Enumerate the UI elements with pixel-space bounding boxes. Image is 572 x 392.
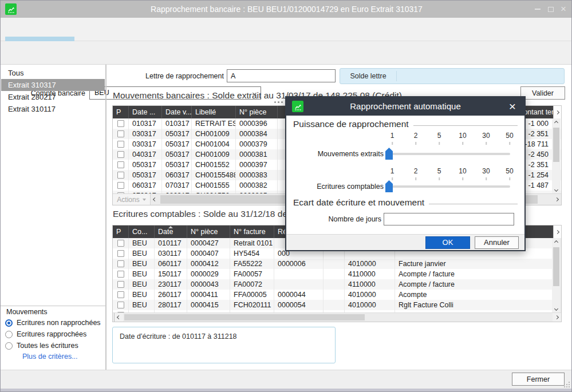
more-criteria-link[interactable]: Plus de critères...: [22, 353, 78, 361]
checkbox[interactable]: [117, 240, 124, 247]
validate-button[interactable]: Valider: [520, 86, 565, 100]
scroll-left-icon[interactable]: [115, 313, 123, 322]
column-chooser-button[interactable]: [553, 106, 561, 118]
minimize-button[interactable]: [532, 3, 543, 15]
checkbox-cell: [113, 129, 129, 139]
checkbox-cell: [113, 279, 129, 290]
sidebar-item[interactable]: Extrait 280217: [1, 91, 105, 103]
close-button[interactable]: ×: [558, 3, 569, 15]
close-window-button[interactable]: Fermer: [512, 373, 565, 386]
checkbox[interactable]: [117, 172, 124, 179]
scroll-left-icon[interactable]: [151, 194, 159, 205]
label-cell: Acompte: [395, 290, 561, 300]
ok-button[interactable]: OK: [425, 236, 470, 249]
checkbox[interactable]: [117, 120, 124, 127]
entries-table-row[interactable]: BEU2601170000411FFA0000500000444010000Ac…: [113, 290, 561, 300]
label-cell: Facture janvier: [395, 259, 561, 269]
column-header[interactable]: Date v...: [162, 106, 192, 118]
column-header[interactable]: Libellé: [192, 106, 236, 118]
checkbox[interactable]: [117, 151, 124, 158]
scroll-right-icon[interactable]: [553, 194, 561, 205]
power-group-label: Puissance de rapprochement: [293, 119, 409, 129]
checkbox-cell: [113, 238, 129, 248]
column-header[interactable]: Co...: [129, 225, 155, 238]
sidebar-item[interactable]: Extrait 310317: [1, 79, 105, 91]
account-cell: 4010000: [345, 290, 395, 300]
slider-tick-mark: [415, 142, 416, 145]
cancel-button[interactable]: Annuler: [475, 236, 519, 249]
column-header[interactable]: N° pièce: [187, 225, 230, 238]
checkbox[interactable]: [117, 130, 124, 137]
table-cell: [324, 290, 345, 300]
entries-slider-track[interactable]: [389, 185, 510, 188]
scroll-right-icon[interactable]: [553, 313, 561, 322]
radio-option[interactable]: Ecritures non rapprochées: [5, 317, 101, 328]
scroll-down-icon[interactable]: [552, 304, 561, 312]
entries-table-row[interactable]: BEU1501170000029FA000574110000Acompte / …: [113, 269, 561, 279]
entries-table-row[interactable]: BEU0601170000412FA5522200000064010000Fac…: [113, 259, 561, 269]
checkbox[interactable]: [117, 250, 124, 257]
dialog-close-icon[interactable]: ×: [505, 100, 520, 113]
table-cell: 010117: [155, 238, 187, 248]
checkbox[interactable]: [117, 182, 124, 189]
entries-table-row[interactable]: BEU2301170000043FA000724110000Acompte / …: [113, 279, 561, 290]
column-header[interactable]: N° pièce: [236, 106, 278, 118]
auto-reconciliation-dialog: Rapprochement automatique × Puissance de…: [285, 96, 526, 251]
scroll-up-icon[interactable]: [552, 238, 561, 246]
table-cell: 060317: [162, 170, 192, 180]
checkbox[interactable]: [117, 271, 124, 278]
scrollbar-thumb[interactable]: [553, 247, 559, 286]
table-cell: BEU: [129, 259, 155, 269]
toolbar: FonctionsMontantRapprocherGénérerImprime…: [1, 18, 572, 41]
checkbox-cell: [113, 118, 129, 129]
scrollbar-track[interactable]: [123, 313, 553, 322]
table-cell: BEU: [129, 238, 155, 248]
checkbox[interactable]: [117, 141, 124, 148]
table-cell: 050317: [162, 129, 192, 139]
scroll-down-icon[interactable]: [552, 185, 561, 193]
slider-tick-mark: [509, 177, 510, 180]
sidebar-item[interactable]: Extrait 310117: [1, 103, 105, 115]
splitter-handle[interactable]: [274, 101, 286, 104]
scrollbar-thumb[interactable]: [124, 314, 365, 320]
entries-vertical-scrollbar[interactable]: [552, 238, 561, 312]
checkbox-cell: [113, 160, 129, 170]
resize-grip[interactable]: [564, 382, 570, 387]
column-header[interactable]: N° facture: [230, 225, 274, 238]
letter-input[interactable]: [227, 69, 336, 82]
checkbox[interactable]: [117, 161, 124, 168]
checkbox[interactable]: [117, 260, 124, 267]
actions-button[interactable]: Actions: [113, 194, 151, 205]
entries-table-row[interactable]: BEU2801170000415FCH02011100000544010000R…: [113, 300, 561, 310]
checkbox[interactable]: [117, 302, 124, 308]
column-header[interactable]: Date ...: [129, 106, 162, 118]
entries-slider-handle[interactable]: [385, 180, 393, 192]
scroll-up-icon[interactable]: [552, 118, 561, 126]
table-cell: 0000381: [236, 149, 278, 160]
slider-tick-label: 30: [482, 132, 490, 140]
account-cell: 4110000: [345, 269, 395, 279]
table-cell: 050317: [129, 170, 162, 180]
column-header[interactable]: P: [113, 225, 129, 238]
table-cell: [274, 279, 324, 290]
column-header[interactable]: P: [113, 106, 129, 118]
bank-vertical-scrollbar[interactable]: [552, 118, 561, 193]
maximize-button[interactable]: [545, 3, 557, 15]
movements-slider-track[interactable]: [389, 153, 510, 155]
slider-tick-mark: [415, 177, 416, 180]
radio-option[interactable]: Toutes les écritures: [5, 340, 101, 351]
radio-option[interactable]: Ecritures rapprochées: [5, 328, 101, 340]
checkbox[interactable]: [117, 281, 124, 288]
days-input[interactable]: [384, 213, 514, 225]
table-cell: HY5454: [230, 248, 274, 259]
scrollbar-thumb[interactable]: [553, 128, 559, 162]
column-header[interactable]: Date: [155, 225, 187, 238]
sidebar-item[interactable]: Tous: [1, 67, 105, 79]
column-chooser-button[interactable]: [553, 225, 561, 238]
movements-slider-handle[interactable]: [385, 148, 393, 160]
slider-tick-label: 1: [390, 132, 395, 140]
checkbox[interactable]: [117, 291, 124, 298]
label-cell: Rglt Facture Colli: [395, 300, 561, 310]
entries-horizontal-scrollbar[interactable]: [113, 312, 561, 322]
sidebar-divider: [105, 65, 106, 370]
